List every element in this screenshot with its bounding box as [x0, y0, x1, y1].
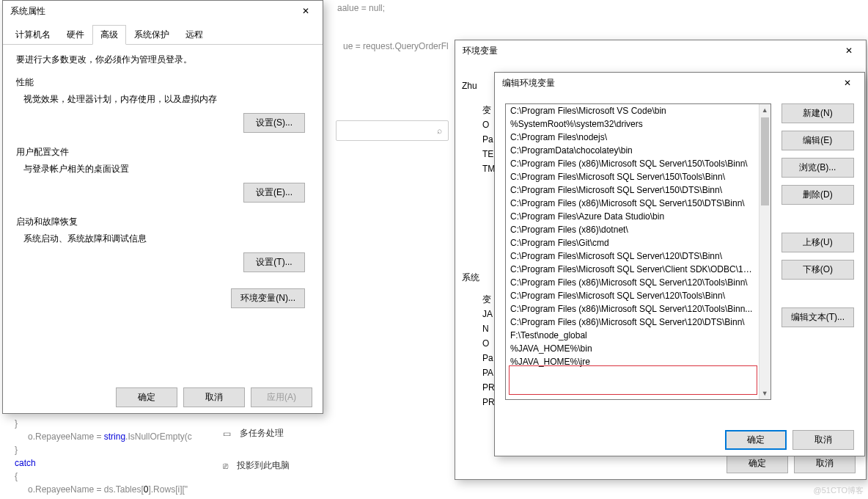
search-input[interactable]: ⌕	[336, 120, 449, 141]
sys-var-labels: 变 JA N O Pa PA PR PR	[482, 292, 495, 409]
scroll-thumb[interactable]	[761, 117, 769, 205]
ok-button[interactable]: 确定	[727, 454, 788, 473]
intro-text: 要进行大多数更改，你必须作为管理员登录。	[16, 54, 309, 66]
browse-button[interactable]: 浏览(B)...	[781, 158, 854, 178]
apply-button[interactable]: 应用(A)	[251, 387, 312, 407]
list-item[interactable]: C:\Program Files (x86)\Microsoft SQL Ser…	[506, 157, 759, 170]
highlight-box	[509, 365, 757, 395]
dialog-title: 编辑环境变量	[502, 77, 555, 90]
list-item[interactable]: %SystemRoot%\system32\drivers	[506, 117, 759, 131]
multitask-icon: ▭	[223, 429, 231, 439]
list-item[interactable]: C:\Program Files\Microsoft VS Code\bin	[506, 104, 759, 117]
list-item[interactable]: F:\Test\node_global	[506, 329, 759, 342]
tabs: 计算机名 硬件 高级 系统保护 远程	[3, 24, 323, 45]
startup-desc: 系统启动、系统故障和调试信息	[23, 233, 309, 245]
settings-label: 投影到此电脑	[237, 459, 290, 472]
dialog-title: 系统属性	[10, 5, 45, 18]
watermark: @51CTO博客	[814, 485, 864, 496]
list-item[interactable]: C:\Program Files (x86)\Microsoft SQL Ser…	[506, 302, 759, 316]
list-item[interactable]: C:\Program Files (x86)\Microsoft SQL Ser…	[506, 316, 759, 329]
project-icon: ⎚	[223, 461, 228, 471]
list-item[interactable]: %JAVA_HOME%\bin	[506, 342, 759, 355]
close-icon[interactable]: ✕	[835, 43, 863, 59]
titlebar: 系统属性 ✕	[3, 1, 323, 21]
edit-env-variable-dialog: 编辑环境变量 ✕ C:\Program Files\Microsoft VS C…	[494, 72, 865, 456]
list-item[interactable]: C:\Program Files\Microsoft SQL Server\Cl…	[506, 263, 759, 276]
list-item[interactable]: C:\Program Files\Microsoft SQL Server\15…	[506, 183, 759, 197]
ok-button[interactable]: 确定	[116, 387, 177, 407]
tab-computer-name[interactable]: 计算机名	[7, 25, 59, 45]
close-icon[interactable]: ✕	[834, 75, 861, 91]
settings-multitask[interactable]: ▭ 多任务处理	[223, 427, 284, 440]
code-bg: aalue = null;	[323, 1, 868, 15]
scroll-down-icon[interactable]: ▼	[760, 387, 770, 399]
startup-title: 启动和故障恢复	[16, 216, 309, 228]
env-variables-button[interactable]: 环境变量(N)...	[231, 288, 305, 308]
scrollbar[interactable]: ▲ ▼	[759, 104, 770, 399]
perf-desc: 视觉效果，处理器计划，内存使用，以及虚拟内存	[23, 93, 309, 106]
profile-desc: 与登录帐户相关的桌面设置	[23, 163, 309, 175]
settings-t-button[interactable]: 设置(T)...	[243, 252, 305, 272]
dialog-title: 环境变量	[463, 45, 498, 57]
system-properties-dialog: 系统属性 ✕ 计算机名 硬件 高级 系统保护 远程 要进行大多数更改，你必须作为…	[2, 0, 323, 414]
move-down-button[interactable]: 下移(O)	[781, 260, 854, 280]
settings-label: 多任务处理	[240, 427, 284, 440]
edit-button[interactable]: 编辑(E)	[781, 131, 854, 150]
ok-button[interactable]: 确定	[725, 430, 787, 450]
close-icon[interactable]: ✕	[292, 3, 320, 19]
list-item[interactable]: C:\Program Files (x86)\dotnet\	[506, 223, 759, 236]
settings-project[interactable]: ⎚ 投影到此电脑	[223, 459, 290, 472]
list-item[interactable]: %JAVA_HOME%\jre	[506, 355, 759, 368]
tab-remote[interactable]: 远程	[177, 25, 211, 45]
move-up-button[interactable]: 上移(U)	[781, 233, 854, 252]
cancel-button[interactable]: 取消	[183, 387, 245, 407]
list-item[interactable]: C:\ProgramData\chocolatey\bin	[506, 144, 759, 157]
list-item[interactable]: C:\Program Files\Microsoft SQL Server\12…	[506, 249, 759, 263]
settings-e-button[interactable]: 设置(E)...	[243, 183, 305, 203]
tab-advanced[interactable]: 高级	[92, 25, 126, 45]
cancel-button[interactable]: 取消	[792, 430, 854, 450]
cancel-button[interactable]: 取消	[794, 454, 856, 473]
list-item[interactable]: C:\Program Files\Azure Data Studio\bin	[506, 210, 759, 223]
list-item[interactable]: C:\Program Files\Git\cmd	[506, 236, 759, 249]
list-item[interactable]: C:\Program Files (x86)\Microsoft SQL Ser…	[506, 276, 759, 289]
settings-s-button[interactable]: 设置(S)...	[243, 113, 305, 133]
tab-system-protection[interactable]: 系统保护	[126, 25, 177, 45]
list-item[interactable]: C:\Program Files\Microsoft SQL Server\15…	[506, 170, 759, 183]
delete-button[interactable]: 删除(D)	[781, 185, 854, 205]
profile-title: 用户配置文件	[16, 146, 309, 159]
scroll-up-icon[interactable]: ▲	[760, 104, 770, 116]
search-icon: ⌕	[437, 125, 442, 136]
perf-title: 性能	[16, 76, 309, 89]
tab-hardware[interactable]: 硬件	[59, 25, 92, 45]
zhu-label: Zhu	[462, 81, 477, 91]
sys-section-label: 系统	[462, 272, 479, 284]
new-button[interactable]: 新建(N)	[781, 103, 854, 123]
list-item[interactable]: C:\Program Files (x86)\Microsoft SQL Ser…	[506, 197, 759, 210]
path-listbox[interactable]: C:\Program Files\Microsoft VS Code\bin%S…	[505, 103, 771, 400]
user-var-labels: 变 O Pa TE TM	[482, 103, 495, 176]
list-item[interactable]: C:\Program Files\nodejs\	[506, 131, 759, 144]
edit-text-button[interactable]: 编辑文本(T)...	[781, 307, 854, 327]
list-item[interactable]: C:\Program Files\Microsoft SQL Server\12…	[506, 289, 759, 302]
